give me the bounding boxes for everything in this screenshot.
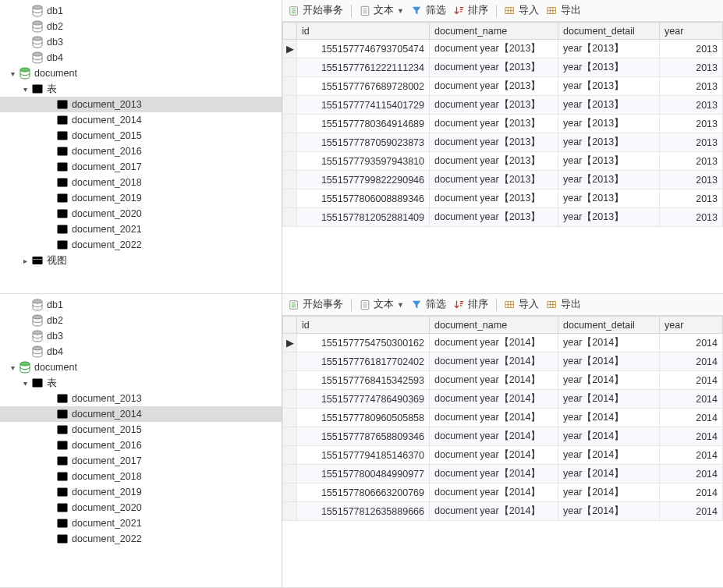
tree-table-document_2015[interactable]: document_2015 bbox=[0, 422, 282, 437]
cell-document-detail[interactable]: year【2013】 bbox=[558, 133, 660, 152]
cell-year[interactable]: 2014 bbox=[660, 371, 723, 390]
tree-table-document_2014[interactable]: document_2014 bbox=[0, 112, 282, 128]
col-header-id[interactable]: id bbox=[297, 317, 430, 334]
tree-table-document_2016[interactable]: document_2016 bbox=[0, 437, 282, 453]
cell-document-detail[interactable]: year【2013】 bbox=[558, 58, 660, 77]
tree-table-document_2014[interactable]: document_2014 bbox=[0, 406, 282, 422]
cell-id[interactable]: 1551577787658809346 bbox=[297, 427, 430, 446]
cell-year[interactable]: 2013 bbox=[660, 58, 723, 77]
col-header-document-detail[interactable]: document_detail bbox=[558, 317, 660, 334]
tree-table-document_2022[interactable]: document_2022 bbox=[0, 237, 282, 253]
cell-document-name[interactable]: document year【2013】 bbox=[430, 190, 558, 208]
cell-id[interactable]: 1551577774786490369 bbox=[297, 390, 430, 409]
cell-id[interactable]: 1551577761222111234 bbox=[297, 58, 430, 77]
cell-document-name[interactable]: document year【2014】 bbox=[430, 409, 558, 427]
cell-year[interactable]: 2014 bbox=[660, 502, 723, 521]
cell-document-detail[interactable]: year【2013】 bbox=[558, 40, 660, 58]
export-button[interactable]: 导出 bbox=[547, 4, 581, 17]
cell-year[interactable]: 2014 bbox=[660, 409, 723, 427]
tree-tables-node[interactable]: ▾表 bbox=[0, 375, 282, 391]
cell-id[interactable]: 1551577768415342593 bbox=[297, 371, 430, 390]
import-button[interactable]: 导入 bbox=[505, 4, 539, 17]
tree-table-document_2016[interactable]: document_2016 bbox=[0, 143, 282, 159]
data-grid[interactable]: iddocument_namedocument_detailyear▶15515… bbox=[282, 22, 723, 227]
table-row[interactable]: 1551577794185146370document year【2014】ye… bbox=[283, 446, 723, 465]
cell-document-detail[interactable]: year【2014】 bbox=[558, 502, 660, 521]
cell-document-name[interactable]: document year【2014】 bbox=[430, 502, 558, 521]
tree-db-document[interactable]: ▾document bbox=[0, 66, 282, 81]
cell-document-detail[interactable]: year【2014】 bbox=[558, 409, 660, 427]
table-row[interactable]: 1551577800484990977document year【2014】ye… bbox=[283, 465, 723, 484]
cell-id[interactable]: 1551577793597943810 bbox=[297, 152, 430, 171]
cell-document-name[interactable]: document year【2013】 bbox=[430, 171, 558, 190]
cell-id[interactable]: 1551577794185146370 bbox=[297, 446, 430, 465]
cell-id[interactable]: 1551577800484990977 bbox=[297, 465, 430, 484]
cell-year[interactable]: 2013 bbox=[660, 40, 723, 58]
cell-id[interactable]: 1551577761817702402 bbox=[297, 352, 430, 371]
tree-table-document_2018[interactable]: document_2018 bbox=[0, 175, 282, 190]
cell-year[interactable]: 2013 bbox=[660, 77, 723, 96]
cell-year[interactable]: 2014 bbox=[660, 334, 723, 352]
cell-id[interactable]: 1551577746793705474 bbox=[297, 40, 430, 58]
col-header-document-detail[interactable]: document_detail bbox=[558, 23, 660, 40]
cell-document-name[interactable]: document year【2013】 bbox=[430, 152, 558, 171]
cell-year[interactable]: 2013 bbox=[660, 208, 723, 227]
tree-db-db1[interactable]: db1 bbox=[0, 297, 282, 313]
filter-button[interactable]: 筛选 bbox=[412, 298, 446, 311]
tree-table-document_2018[interactable]: document_2018 bbox=[0, 469, 282, 484]
table-row[interactable]: 1551577767689728002document year【2013】ye… bbox=[283, 77, 723, 96]
tree-table-document_2022[interactable]: document_2022 bbox=[0, 531, 282, 547]
cell-document-name[interactable]: document year【2013】 bbox=[430, 96, 558, 115]
cell-document-detail[interactable]: year【2013】 bbox=[558, 115, 660, 133]
cell-year[interactable]: 2014 bbox=[660, 427, 723, 446]
table-row[interactable]: 1551577799822290946document year【2013】ye… bbox=[283, 171, 723, 190]
cell-document-name[interactable]: document year【2014】 bbox=[430, 390, 558, 409]
cell-year[interactable]: 2013 bbox=[660, 133, 723, 152]
cell-document-detail[interactable]: year【2014】 bbox=[558, 390, 660, 409]
table-row[interactable]: 1551577793597943810document year【2013】ye… bbox=[283, 152, 723, 171]
cell-id[interactable]: 1551577812635889666 bbox=[297, 502, 430, 521]
cell-id[interactable]: 1551577787059023873 bbox=[297, 133, 430, 152]
cell-document-name[interactable]: document year【2013】 bbox=[430, 133, 558, 152]
sort-button[interactable]: 排序 bbox=[454, 298, 488, 311]
tree-table-document_2013[interactable]: document_2013 bbox=[0, 391, 282, 406]
tree-tables-node[interactable]: ▾表 bbox=[0, 81, 282, 97]
cell-year[interactable]: 2014 bbox=[660, 465, 723, 484]
tree-table-document_2020[interactable]: document_2020 bbox=[0, 500, 282, 515]
tree-db-db3[interactable]: db3 bbox=[0, 328, 282, 344]
cell-year[interactable]: 2014 bbox=[660, 390, 723, 409]
cell-id[interactable]: 1551577806008889346 bbox=[297, 190, 430, 208]
cell-document-name[interactable]: document year【2014】 bbox=[430, 352, 558, 371]
col-header-year[interactable]: year bbox=[660, 23, 723, 40]
twisty-icon[interactable]: ▸ bbox=[20, 256, 30, 265]
table-row[interactable]: 1551577812052881409document year【2013】ye… bbox=[283, 208, 723, 227]
table-row[interactable]: ▶1551577754750300162document year【2014】y… bbox=[283, 334, 723, 352]
tree-table-document_2019[interactable]: document_2019 bbox=[0, 484, 282, 500]
cell-year[interactable]: 2014 bbox=[660, 352, 723, 371]
cell-document-detail[interactable]: year【2013】 bbox=[558, 171, 660, 190]
table-row[interactable]: 1551577787059023873document year【2013】ye… bbox=[283, 133, 723, 152]
tree-table-document_2013[interactable]: document_2013 bbox=[0, 97, 282, 112]
tree-table-document_2017[interactable]: document_2017 bbox=[0, 453, 282, 469]
cell-document-detail[interactable]: year【2014】 bbox=[558, 484, 660, 502]
cell-document-detail[interactable]: year【2014】 bbox=[558, 352, 660, 371]
twisty-icon[interactable]: ▾ bbox=[8, 363, 17, 372]
cell-document-detail[interactable]: year【2013】 bbox=[558, 152, 660, 171]
col-header-document-name[interactable]: document_name bbox=[430, 317, 558, 334]
cell-document-name[interactable]: document year【2014】 bbox=[430, 427, 558, 446]
cell-document-detail[interactable]: year【2013】 bbox=[558, 96, 660, 115]
table-row[interactable]: 1551577774786490369document year【2014】ye… bbox=[283, 390, 723, 409]
col-header-document-name[interactable]: document_name bbox=[430, 23, 558, 40]
table-row[interactable]: 1551577761817702402document year【2014】ye… bbox=[283, 352, 723, 371]
twisty-icon[interactable]: ▾ bbox=[20, 378, 30, 388]
tree-views-node[interactable]: ▸视图 bbox=[0, 253, 282, 268]
cell-document-detail[interactable]: year【2014】 bbox=[558, 334, 660, 352]
export-button[interactable]: 导出 bbox=[547, 298, 581, 311]
cell-document-detail[interactable]: year【2014】 bbox=[558, 446, 660, 465]
cell-document-name[interactable]: document year【2013】 bbox=[430, 77, 558, 96]
tree-table-document_2015[interactable]: document_2015 bbox=[0, 128, 282, 143]
text-button[interactable]: 文本 ▼ bbox=[360, 298, 404, 311]
tree-table-document_2019[interactable]: document_2019 bbox=[0, 190, 282, 206]
import-button[interactable]: 导入 bbox=[505, 298, 539, 311]
cell-document-name[interactable]: document year【2014】 bbox=[430, 334, 558, 352]
